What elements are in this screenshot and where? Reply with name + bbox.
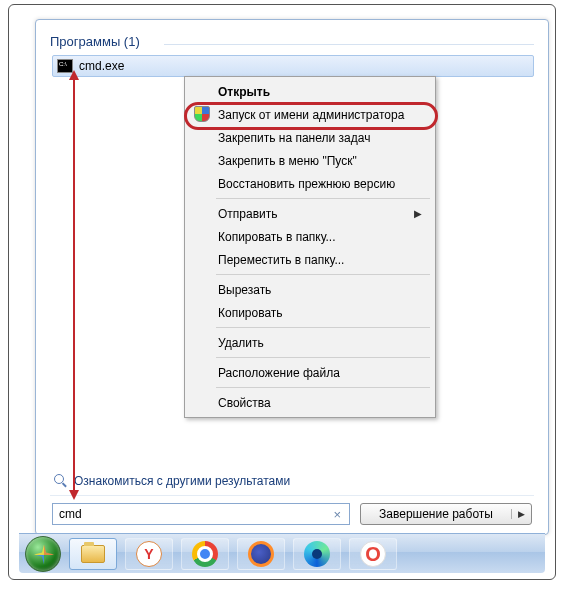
chrome-icon — [192, 541, 218, 567]
opera-icon: O — [360, 541, 386, 567]
yandex-icon: Y — [136, 541, 162, 567]
menu-delete[interactable]: Удалить — [188, 331, 432, 354]
menu-separator — [216, 327, 430, 328]
menu-separator — [216, 387, 430, 388]
submenu-arrow-icon: ▶ — [414, 208, 422, 219]
edge-icon — [304, 541, 330, 567]
annotation-arrow — [73, 78, 75, 492]
menu-send-to[interactable]: Отправить ▶ — [188, 202, 432, 225]
more-results-link[interactable]: Ознакомиться с другими результатами — [54, 474, 290, 488]
menu-separator — [216, 198, 430, 199]
start-search-box[interactable]: × — [52, 503, 350, 525]
screenshot-frame: Программы (1) cmd.exe Открыть Запуск от … — [8, 4, 556, 580]
menu-cut[interactable]: Вырезать — [188, 278, 432, 301]
search-result-label: cmd.exe — [79, 59, 124, 73]
menu-copy-to-folder[interactable]: Копировать в папку... — [188, 225, 432, 248]
menu-pin-taskbar[interactable]: Закрепить на панели задач — [188, 126, 432, 149]
shutdown-button[interactable]: Завершение работы ▶ — [360, 503, 532, 525]
folder-icon — [81, 545, 105, 563]
menu-file-location[interactable]: Расположение файла — [188, 361, 432, 384]
menu-pin-start[interactable]: Закрепить в меню "Пуск" — [188, 149, 432, 172]
taskbar-opera[interactable]: O — [349, 538, 397, 570]
bottom-divider — [50, 495, 534, 496]
search-result-cmd[interactable]: cmd.exe — [52, 55, 534, 77]
menu-separator — [216, 357, 430, 358]
start-menu-panel: Программы (1) cmd.exe Открыть Запуск от … — [35, 19, 549, 535]
clear-search-icon[interactable]: × — [329, 507, 345, 522]
section-divider — [164, 44, 534, 45]
uac-shield-icon — [194, 106, 210, 122]
menu-properties[interactable]: Свойства — [188, 391, 432, 414]
taskbar-yandex[interactable]: Y — [125, 538, 173, 570]
taskbar: Y O — [19, 533, 545, 573]
search-input[interactable] — [57, 506, 329, 522]
menu-restore-previous[interactable]: Восстановить прежнюю версию — [188, 172, 432, 195]
context-menu: Открыть Запуск от имени администратора З… — [184, 76, 436, 418]
start-orb-icon[interactable] — [25, 536, 61, 572]
menu-move-to-folder[interactable]: Переместить в папку... — [188, 248, 432, 271]
menu-copy[interactable]: Копировать — [188, 301, 432, 324]
programs-section-header: Программы (1) — [50, 34, 140, 49]
taskbar-chrome[interactable] — [181, 538, 229, 570]
taskbar-firefox[interactable] — [237, 538, 285, 570]
menu-separator — [216, 274, 430, 275]
menu-open[interactable]: Открыть — [188, 80, 432, 103]
shutdown-options-arrow-icon[interactable]: ▶ — [511, 509, 531, 519]
search-icon — [54, 474, 68, 488]
menu-run-as-admin[interactable]: Запуск от имени администратора — [188, 103, 432, 126]
shutdown-label: Завершение работы — [361, 507, 511, 521]
firefox-icon — [248, 541, 274, 567]
taskbar-explorer[interactable] — [69, 538, 117, 570]
taskbar-edge[interactable] — [293, 538, 341, 570]
